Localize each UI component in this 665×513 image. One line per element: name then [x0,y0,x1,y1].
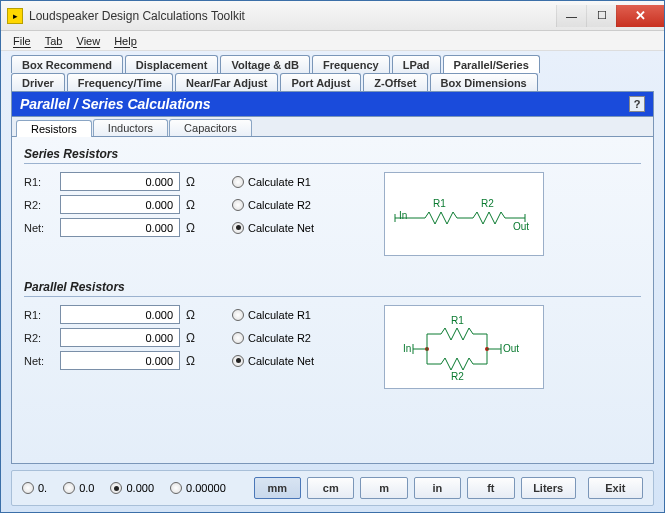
series-r2-input[interactable] [60,195,180,214]
window-buttons: — ☐ ✕ [556,5,664,27]
tab-parallel-series[interactable]: Parallel/Series [443,55,540,73]
tab-frequency[interactable]: Frequency [312,55,390,73]
unit-cm-button[interactable]: cm [307,477,354,499]
parallel-net-label: Net: [24,355,54,367]
radio-label: Calculate R1 [248,309,311,321]
radio-icon [232,355,244,367]
diag-r2-label: R2 [451,371,464,382]
series-net-label: Net: [24,222,54,234]
radio-icon [232,332,244,344]
ohm-unit: Ω [186,331,200,345]
tab-frequency-time[interactable]: Frequency/Time [67,73,173,91]
tab-lpad[interactable]: LPad [392,55,441,73]
menu-tab[interactable]: Tab [39,33,69,49]
precision-0-radio[interactable]: 0. [22,482,47,494]
unit-m-button[interactable]: m [360,477,407,499]
ohm-unit: Ω [186,221,200,235]
precision-label: 0. [38,482,47,494]
diag-in-label: In [399,210,407,221]
unit-mm-button[interactable]: mm [254,477,301,499]
app-icon: ▸ [7,8,23,24]
precision-3-radio[interactable]: 0.000 [110,482,154,494]
subtab-resistors[interactable]: Resistors [16,120,92,137]
tab-z-offset[interactable]: Z-Offset [363,73,427,91]
radio-icon [22,482,34,494]
diag-r2-label: R2 [481,198,494,209]
app-window: ▸ Loudspeaker Design Calculations Toolki… [0,0,665,513]
radio-icon [63,482,75,494]
radio-icon [170,482,182,494]
radio-label: Calculate R2 [248,199,311,211]
sub-tabs: Resistors Inductors Capacitors [11,117,654,137]
tab-driver[interactable]: Driver [11,73,65,91]
series-r1-input[interactable] [60,172,180,191]
maximize-button[interactable]: ☐ [586,5,616,27]
precision-label: 0.00000 [186,482,226,494]
parallel-diagram: In R1 R2 [384,305,544,389]
series-r2-label: R2: [24,199,54,211]
exit-button[interactable]: Exit [588,477,643,499]
ohm-unit: Ω [186,198,200,212]
parallel-title: Parallel Resistors [24,280,641,294]
close-button[interactable]: ✕ [616,5,664,27]
subtab-capacitors[interactable]: Capacitors [169,119,252,136]
help-button[interactable]: ? [629,96,645,112]
unit-in-button[interactable]: in [414,477,461,499]
minimize-button[interactable]: — [556,5,586,27]
parallel-calc-r2-radio[interactable]: Calculate R2 [232,332,311,344]
series-calc-net-radio[interactable]: Calculate Net [232,222,314,234]
parallel-calc-r1-radio[interactable]: Calculate R1 [232,309,311,321]
menu-help[interactable]: Help [108,33,143,49]
menu-file[interactable]: File [7,33,37,49]
precision-label: 0.000 [126,482,154,494]
diag-r1-label: R1 [451,315,464,326]
precision-1-radio[interactable]: 0.0 [63,482,94,494]
radio-icon [232,199,244,211]
ohm-unit: Ω [186,308,200,322]
menu-view[interactable]: View [71,33,107,49]
divider [24,163,641,164]
radio-label: Calculate R1 [248,176,311,188]
parallel-section: R1: Ω Calculate R1 R2: Ω [24,305,641,389]
tab-box-dimensions[interactable]: Box Dimensions [430,73,538,91]
precision-label: 0.0 [79,482,94,494]
series-title: Series Resistors [24,147,641,161]
panel-title: Parallel / Series Calculations ? [11,91,654,117]
precision-5-radio[interactable]: 0.00000 [170,482,226,494]
subpanel: Series Resistors R1: Ω Calculate R1 R2: [11,137,654,464]
radio-label: Calculate Net [248,355,314,367]
unit-liters-button[interactable]: Liters [521,477,576,499]
series-calc-r2-radio[interactable]: Calculate R2 [232,199,311,211]
main-tabs: Box Recommend Displacement Voltage & dB … [11,55,654,91]
series-section: R1: Ω Calculate R1 R2: Ω [24,172,641,256]
parallel-r1-input[interactable] [60,305,180,324]
parallel-r2-label: R2: [24,332,54,344]
parallel-r2-input[interactable] [60,328,180,347]
parallel-net-input[interactable] [60,351,180,370]
divider [24,296,641,297]
radio-icon [232,222,244,234]
tab-displacement[interactable]: Displacement [125,55,219,73]
window-title: Loudspeaker Design Calculations Toolkit [29,9,556,23]
series-diagram: In R1 R2 Out [384,172,544,256]
tab-voltage-db[interactable]: Voltage & dB [220,55,310,73]
ohm-unit: Ω [186,354,200,368]
unit-ft-button[interactable]: ft [467,477,514,499]
bottom-bar: 0. 0.0 0.000 0.00000 mm cm m in ft Liter… [11,470,654,506]
diag-out-label: Out [513,221,529,232]
titlebar: ▸ Loudspeaker Design Calculations Toolki… [1,1,664,31]
panel-title-text: Parallel / Series Calculations [20,96,211,112]
series-calc-r1-radio[interactable]: Calculate R1 [232,176,311,188]
diag-in-label: In [403,343,411,354]
tab-box-recommend[interactable]: Box Recommend [11,55,123,73]
radio-icon [232,309,244,321]
ohm-unit: Ω [186,175,200,189]
series-net-input[interactable] [60,218,180,237]
tab-near-far[interactable]: Near/Far Adjust [175,73,279,91]
radio-label: Calculate R2 [248,332,311,344]
parallel-r1-label: R1: [24,309,54,321]
diag-out-label: Out [503,343,519,354]
subtab-inductors[interactable]: Inductors [93,119,168,136]
tab-port-adjust[interactable]: Port Adjust [280,73,361,91]
parallel-calc-net-radio[interactable]: Calculate Net [232,355,314,367]
